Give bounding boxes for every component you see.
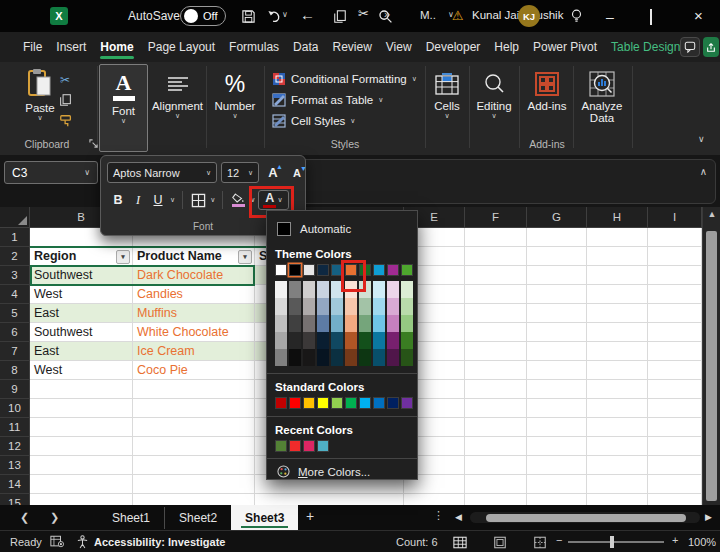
variant-swatch[interactable]	[317, 315, 329, 332]
cell[interactable]	[527, 304, 587, 323]
cell[interactable]	[587, 266, 648, 285]
variant-swatch[interactable]	[387, 332, 399, 349]
cell[interactable]: White Chocolate	[133, 323, 255, 342]
cell[interactable]	[587, 475, 648, 494]
row-header-8[interactable]: 8	[0, 361, 30, 380]
tab-review[interactable]: Review	[325, 34, 378, 61]
cell[interactable]	[527, 323, 587, 342]
lightbulb-button[interactable]	[566, 6, 586, 26]
sheet-tab-sheet1[interactable]: Sheet1	[98, 507, 164, 529]
zoom-slider-thumb[interactable]	[610, 536, 614, 548]
zoom-in-button[interactable]: +	[672, 534, 678, 546]
copy-button[interactable]	[330, 6, 350, 26]
sheet-tab-sheet2[interactable]: Sheet2	[164, 507, 231, 529]
scroll-up-arrow-icon[interactable]: ▲	[703, 209, 720, 219]
cell[interactable]	[527, 456, 587, 475]
cell[interactable]	[465, 380, 527, 399]
variant-swatch[interactable]	[303, 349, 315, 366]
fill-color-button[interactable]	[229, 189, 247, 211]
tab-view[interactable]: View	[379, 34, 419, 61]
select-all-corner[interactable]	[0, 207, 30, 228]
cell[interactable]	[648, 380, 702, 399]
cell[interactable]	[30, 437, 133, 456]
variant-swatch[interactable]	[275, 298, 287, 315]
page-break-view-button[interactable]	[532, 535, 548, 549]
cells-group-button[interactable]: Cells ∨	[426, 68, 468, 119]
theme-color-swatch[interactable]	[275, 264, 287, 276]
variant-swatch[interactable]	[303, 315, 315, 332]
tab-developer[interactable]: Developer	[419, 34, 488, 61]
variant-swatch[interactable]	[387, 349, 399, 366]
row-header-3[interactable]: 3	[0, 266, 30, 285]
cell[interactable]	[465, 399, 527, 418]
variant-swatch[interactable]	[345, 332, 357, 349]
cell[interactable]	[648, 475, 702, 494]
sheet-options-dots-icon[interactable]: ⋮	[433, 509, 445, 522]
row-header-5[interactable]: 5	[0, 304, 30, 323]
cell-styles-item[interactable]: Cell Styles∨	[272, 110, 422, 131]
cell[interactable]	[587, 342, 648, 361]
cell[interactable]	[30, 418, 133, 437]
cell[interactable]	[527, 380, 587, 399]
filter-button[interactable]: ▾	[238, 250, 252, 264]
cell[interactable]	[133, 418, 255, 437]
underline-button[interactable]: U	[149, 189, 167, 211]
paste-button[interactable]: Paste ∨	[20, 68, 60, 121]
formula-bar-collapse-icon[interactable]: ∧	[700, 166, 707, 177]
variant-swatch[interactable]	[401, 298, 413, 315]
theme-color-swatch[interactable]	[289, 264, 301, 276]
cell[interactable]	[133, 399, 255, 418]
cell[interactable]	[648, 247, 702, 266]
variant-swatch[interactable]	[387, 281, 399, 298]
cell[interactable]	[133, 380, 255, 399]
collapsed-command-label[interactable]: M..	[420, 9, 440, 29]
undo-dropdown-chevron-icon[interactable]: ∨	[282, 10, 302, 30]
recent-color-swatch[interactable]	[317, 440, 329, 452]
cell[interactable]	[30, 494, 133, 505]
close-button[interactable]: ×	[694, 7, 714, 27]
tab-table-design[interactable]: Table Design	[604, 34, 687, 61]
variant-swatch[interactable]	[289, 298, 301, 315]
font-group-button[interactable]: A Font ∨	[99, 64, 148, 152]
excel-logo-icon[interactable]: X	[50, 7, 68, 25]
hscroll-right-arrow-icon[interactable]: ▶	[705, 512, 712, 522]
font-color-button[interactable]: A ∨	[258, 190, 288, 211]
back-arrow-button[interactable]: ←	[300, 6, 320, 26]
avatar[interactable]: KJ	[518, 5, 540, 27]
cell[interactable]: Ice Cream	[133, 342, 255, 361]
variant-swatch[interactable]	[289, 315, 301, 332]
variant-swatch[interactable]	[359, 349, 371, 366]
tab-home[interactable]: Home	[93, 34, 140, 61]
cell[interactable]: East	[30, 342, 133, 361]
cell[interactable]	[587, 323, 648, 342]
new-sheet-button[interactable]: +	[306, 508, 314, 524]
analyze-data-button[interactable]: Analyze Data	[576, 68, 628, 124]
cell[interactable]: West	[30, 361, 133, 380]
cell[interactable]: Southwest	[30, 323, 133, 342]
cell[interactable]	[30, 380, 133, 399]
cell[interactable]: Region▾	[30, 247, 133, 266]
cell[interactable]	[527, 342, 587, 361]
search-button[interactable]	[375, 6, 395, 26]
decrease-font-size-button[interactable]: A▼	[287, 167, 307, 179]
cell[interactable]	[648, 266, 702, 285]
cell[interactable]	[465, 494, 527, 505]
variant-swatch[interactable]	[387, 315, 399, 332]
row-header-15[interactable]: 15	[0, 494, 30, 505]
autosave-toggle[interactable]: Off	[180, 6, 226, 26]
row-header-11[interactable]: 11	[0, 418, 30, 437]
hscroll-left-arrow-icon[interactable]: ◀	[455, 512, 462, 522]
cell[interactable]	[648, 361, 702, 380]
format-painter-button[interactable]	[59, 114, 73, 128]
alignment-group-button[interactable]: Alignment ∨	[150, 68, 205, 119]
increase-font-size-button[interactable]: A▲	[263, 165, 283, 180]
cell[interactable]	[587, 399, 648, 418]
variant-swatch[interactable]	[345, 298, 357, 315]
variant-swatch[interactable]	[275, 281, 287, 298]
font-name-combobox[interactable]: Aptos Narrow ∨	[107, 162, 217, 183]
standard-color-swatch[interactable]	[359, 397, 371, 409]
column-header-G[interactable]: G	[527, 207, 587, 228]
variant-swatch[interactable]	[331, 298, 343, 315]
italic-button[interactable]: I	[129, 189, 147, 211]
cell[interactable]	[465, 228, 527, 247]
